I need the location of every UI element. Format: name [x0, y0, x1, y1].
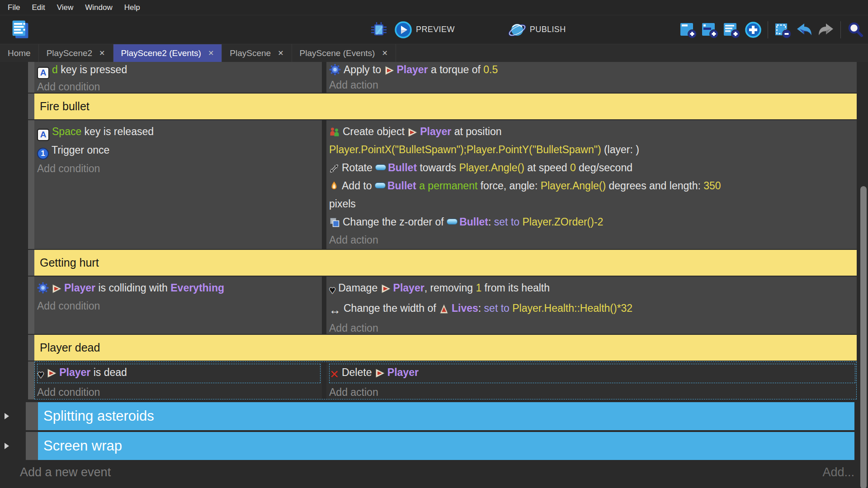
close-icon[interactable]: ✕	[99, 49, 105, 57]
group-header[interactable]: Fire bullet	[34, 94, 857, 119]
event-rail	[0, 94, 28, 119]
tab-home[interactable]: Home	[0, 44, 39, 62]
event-drag-handle[interactable]	[28, 94, 34, 119]
add-circle-icon[interactable]	[744, 21, 762, 39]
action[interactable]: Add to Bullet a permanent force, angle: …	[329, 177, 857, 213]
event-drag-handle[interactable]	[28, 277, 34, 334]
search-icon[interactable]	[846, 21, 864, 39]
close-icon[interactable]: ✕	[382, 49, 387, 57]
add-new-event-button[interactable]: Add a new event	[20, 465, 111, 479]
app-icon[interactable]	[9, 18, 32, 41]
tab-playscene2[interactable]: PlayScene2✕	[39, 44, 113, 62]
text-segment: pixels	[329, 198, 356, 210]
actions-column[interactable]: Apply to Player a torque of 0.5Add actio…	[326, 62, 857, 93]
delete-icon: ✕	[330, 366, 339, 383]
event-drag-handle[interactable]	[26, 432, 38, 460]
condition[interactable]: 1Trigger once	[37, 141, 322, 160]
menu-window[interactable]: Window	[79, 3, 118, 12]
event-drag-handle[interactable]	[28, 250, 34, 276]
add-condition-button[interactable]: Add condition	[37, 79, 322, 93]
tab-playscene-events-[interactable]: PlayScene (Events)✕	[292, 44, 396, 62]
add-more-button[interactable]: Add...	[822, 465, 854, 479]
undo-icon[interactable]	[795, 21, 813, 39]
add-subevent-icon[interactable]	[701, 21, 719, 39]
add-condition-button[interactable]: Add condition	[37, 160, 322, 178]
add-action-button[interactable]: Add action	[329, 77, 857, 93]
group-header[interactable]: Screen wrap	[38, 432, 854, 460]
expand-arrow-icon[interactable]	[5, 413, 9, 419]
text-segment: Delete	[342, 366, 375, 378]
publish-globe-icon[interactable]	[508, 21, 526, 39]
menu-file[interactable]: File	[2, 3, 26, 12]
tab-playscene2-events-[interactable]: PlayScene2 (Events)✕	[113, 44, 222, 62]
text-segment: Player	[64, 282, 95, 294]
close-icon[interactable]: ✕	[208, 49, 214, 57]
add-action-button[interactable]: Add action	[329, 383, 857, 399]
text-segment: Apply to	[344, 64, 384, 75]
text-segment: a torque of	[428, 64, 484, 75]
text-segment: set to	[494, 216, 523, 228]
expand-arrow-icon[interactable]	[5, 443, 9, 449]
tab-label: PlayScene	[230, 48, 271, 58]
action[interactable]: Change the z-order of Bullet: set to Pla…	[329, 213, 857, 231]
event-row[interactable]: ♥Player is deadAdd condition✕Delete Play…	[0, 361, 857, 399]
event-drag-handle[interactable]	[28, 361, 34, 399]
menu-edit[interactable]: Edit	[26, 3, 51, 12]
vertical-scrollbar-thumb[interactable]	[860, 186, 867, 488]
close-icon[interactable]: ✕	[278, 49, 283, 57]
add-event-icon[interactable]	[679, 21, 697, 39]
add-action-button[interactable]: Add action	[329, 231, 857, 249]
event-row[interactable]: Ad key is pressedAdd conditionApply to P…	[0, 62, 857, 93]
redo-icon[interactable]	[817, 21, 835, 39]
preview-play-icon[interactable]	[394, 21, 412, 39]
event-drag-handle[interactable]	[28, 335, 34, 361]
debug-icon[interactable]	[370, 21, 388, 39]
action[interactable]: Rotate Bullet towards Player.Angle() at …	[329, 159, 857, 177]
action[interactable]: ↔Change the width of Lives: set to Playe…	[329, 299, 857, 319]
remove-selection-icon[interactable]	[774, 21, 792, 39]
add-comment-icon[interactable]	[722, 21, 741, 39]
group-title: Player dead	[40, 341, 100, 354]
physics-icon	[329, 64, 341, 75]
menu-help[interactable]: Help	[118, 3, 146, 12]
event-drag-handle[interactable]	[28, 62, 34, 93]
group-header[interactable]: Getting hurt	[34, 250, 857, 276]
tab-label: PlayScene2 (Events)	[121, 48, 201, 58]
conditions-column[interactable]: Player is colliding with EverythingAdd c…	[34, 277, 322, 334]
add-condition-button[interactable]: Add condition	[37, 297, 322, 315]
text-segment: Player.Health::Health()*32	[512, 302, 632, 314]
event-row[interactable]: ASpace key is released1Trigger onceAdd c…	[0, 120, 857, 249]
column-divider	[322, 277, 326, 334]
text-segment: (layer: )	[601, 144, 639, 155]
condition[interactable]: ♥Player is dead	[37, 364, 321, 383]
text-segment: deg/second	[576, 162, 632, 174]
add-condition-button[interactable]: Add condition	[37, 383, 322, 399]
text-segment: 1	[476, 282, 481, 294]
ship-icon	[384, 66, 394, 75]
event-rail	[0, 402, 26, 430]
action[interactable]: Create object Player at position Player.…	[329, 122, 857, 159]
event-drag-handle[interactable]	[26, 402, 38, 430]
conditions-column[interactable]: ♥Player is deadAdd condition	[34, 361, 322, 399]
actions-column[interactable]: ✕Delete PlayerAdd action	[326, 361, 857, 399]
actions-column[interactable]: Create object Player at position Player.…	[326, 120, 857, 249]
group-header[interactable]: Player dead	[34, 335, 857, 361]
conditions-column[interactable]: Ad key is pressedAdd condition	[34, 62, 322, 93]
group-header[interactable]: Splitting asteroids	[38, 402, 854, 430]
heart-icon: ♥	[329, 281, 335, 299]
publish-button[interactable]: PUBLISH	[530, 25, 566, 34]
condition[interactable]: Player is colliding with Everything	[37, 279, 322, 297]
add-action-button[interactable]: Add action	[329, 319, 857, 334]
action[interactable]: ♥Damage Player, removing 1 from its heal…	[329, 279, 857, 299]
condition[interactable]: ASpace key is released	[37, 122, 322, 141]
actions-column[interactable]: ♥Damage Player, removing 1 from its heal…	[326, 277, 857, 334]
condition[interactable]: Ad key is pressed	[37, 62, 322, 79]
menu-view[interactable]: View	[51, 3, 80, 12]
event-drag-handle[interactable]	[28, 120, 34, 249]
preview-button[interactable]: PREVIEW	[416, 25, 455, 34]
action[interactable]: ✕Delete Player	[329, 364, 855, 383]
action[interactable]: Apply to Player a torque of 0.5	[329, 62, 857, 77]
event-row[interactable]: Player is colliding with EverythingAdd c…	[0, 277, 857, 334]
tab-playscene[interactable]: PlayScene✕	[222, 44, 292, 62]
conditions-column[interactable]: ASpace key is released1Trigger onceAdd c…	[34, 120, 322, 249]
